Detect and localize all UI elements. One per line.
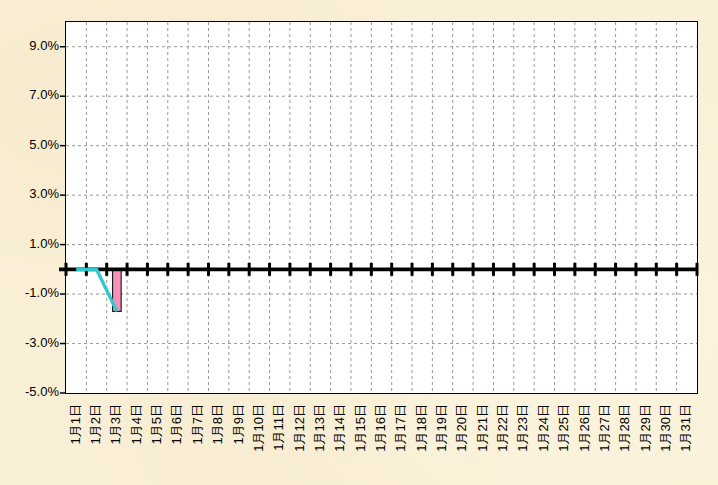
x-axis-label: 1月15日 [353,404,368,452]
x-axis-label: 1月9日 [231,404,246,444]
x-axis-label: 1月2日 [88,404,103,444]
x-axis-label: 1月6日 [169,404,184,444]
x-axis-label: 1月3日 [108,404,123,444]
y-axis-label: 1.0% [0,236,59,251]
x-axis-label: 1月13日 [312,404,327,452]
y-axis-label: -5.0% [0,384,59,399]
x-axis-label: 1月7日 [190,404,205,444]
x-axis-label: 1月30日 [658,404,673,452]
x-axis-label: 1月11日 [271,404,286,451]
chart-area: 9.0%7.0%5.0%3.0%1.0%-1.0%-3.0%-5.0% 1月1日… [0,0,718,485]
x-axis-label: 1月31日 [678,404,693,452]
y-axis-label: 7.0% [0,87,59,102]
x-axis-label: 1月4日 [129,404,144,444]
x-axis-label: 1月28日 [617,404,632,452]
x-axis-label: 1月25日 [556,404,571,452]
plot-area [65,21,698,394]
x-axis-label: 1月29日 [638,404,653,452]
x-axis-label: 1月21日 [475,404,490,452]
y-axis-label: 3.0% [0,186,59,201]
chart-canvas [66,22,697,393]
x-axis-label: 1月24日 [536,404,551,452]
y-axis-label: -3.0% [0,335,59,350]
x-axis-label: 1月19日 [434,404,449,452]
x-axis-label: 1月8日 [210,404,225,444]
x-axis-label: 1月1日 [68,404,83,444]
x-axis-label: 1月18日 [414,404,429,452]
y-axis-label: -1.0% [0,285,59,300]
x-axis-label: 1月5日 [149,404,164,444]
x-axis-label: 1月16日 [373,404,388,452]
x-axis-label: 1月14日 [332,404,347,452]
x-axis-label: 1月12日 [292,404,307,452]
x-axis-label: 1月17日 [393,404,408,452]
x-axis-label: 1月23日 [515,404,530,452]
x-axis-label: 1月22日 [495,404,510,452]
y-axis-label: 9.0% [0,38,59,53]
y-axis-label: 5.0% [0,137,59,152]
x-axis-label: 1月10日 [251,404,266,452]
x-axis-label: 1月20日 [454,404,469,452]
x-axis-label: 1月26日 [577,404,592,452]
line-series-path [76,269,117,311]
x-axis-label: 1月27日 [597,404,612,452]
